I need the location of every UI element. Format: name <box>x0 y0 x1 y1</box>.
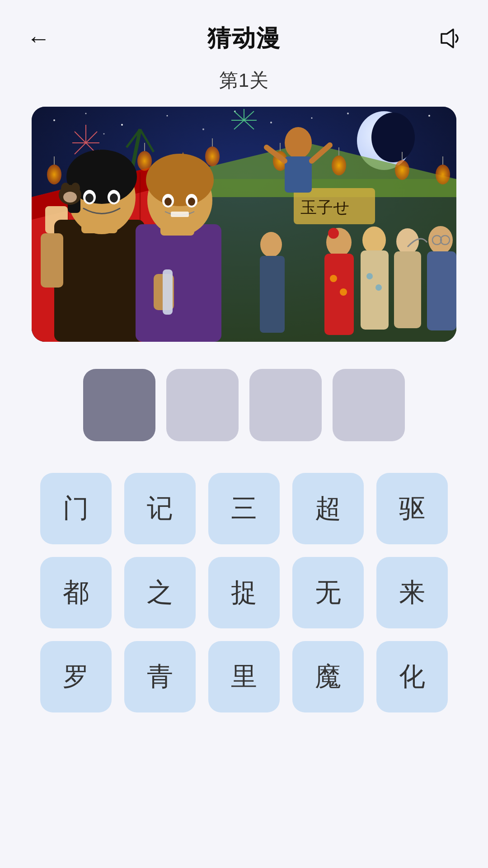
svg-point-8 <box>270 122 272 123</box>
svg-rect-76 <box>361 250 389 330</box>
svg-point-3 <box>85 113 87 114</box>
svg-point-97 <box>85 193 94 203</box>
svg-point-5 <box>167 115 168 117</box>
answer-box-4[interactable] <box>333 369 405 441</box>
svg-point-73 <box>340 288 347 296</box>
svg-text:玉子せ: 玉子せ <box>300 198 350 217</box>
answer-box-2[interactable] <box>166 369 239 441</box>
svg-point-2 <box>53 119 55 121</box>
svg-point-77 <box>366 273 373 279</box>
svg-point-114 <box>164 198 172 206</box>
page-title: 猜动漫 <box>207 23 281 54</box>
char-btn-门[interactable]: 门 <box>40 473 112 544</box>
char-btn-化[interactable]: 化 <box>376 641 448 712</box>
svg-point-56 <box>205 146 220 166</box>
svg-marker-0 <box>441 29 453 47</box>
svg-rect-89 <box>41 233 63 288</box>
char-row-2: 都 之 捉 无 来 <box>32 557 456 628</box>
char-row-3: 罗 青 里 魔 化 <box>32 641 456 712</box>
anime-image: 玉子せ <box>32 107 456 342</box>
answer-boxes <box>83 369 405 441</box>
svg-rect-116 <box>171 212 189 217</box>
svg-point-115 <box>188 198 195 206</box>
char-row-1: 门 记 三 超 驱 <box>32 473 456 544</box>
svg-rect-103 <box>136 224 221 342</box>
char-btn-捉[interactable]: 捉 <box>208 557 280 628</box>
svg-rect-87 <box>260 256 285 333</box>
svg-point-10 <box>347 113 349 114</box>
svg-point-12 <box>428 115 430 117</box>
anime-scene-svg: 玉子せ <box>32 107 456 342</box>
level-label: 第1关 <box>219 68 269 93</box>
char-btn-都[interactable]: 都 <box>40 557 112 628</box>
header: ← 猜动漫 <box>0 0 488 68</box>
char-btn-魔[interactable]: 魔 <box>292 641 364 712</box>
svg-point-74 <box>328 228 339 239</box>
svg-point-79 <box>396 228 419 255</box>
svg-point-98 <box>110 193 118 203</box>
char-btn-驱[interactable]: 驱 <box>376 473 448 544</box>
svg-point-4 <box>121 124 123 126</box>
svg-point-66 <box>285 127 312 159</box>
svg-point-62 <box>395 160 409 180</box>
char-btn-罗[interactable]: 罗 <box>40 641 112 712</box>
svg-point-78 <box>375 284 382 291</box>
svg-point-9 <box>311 118 313 119</box>
char-btn-青[interactable]: 青 <box>124 641 196 712</box>
svg-point-102 <box>63 192 77 203</box>
back-arrow-icon: ← <box>27 25 50 52</box>
sound-button[interactable] <box>434 23 465 54</box>
svg-rect-80 <box>394 251 421 328</box>
svg-rect-67 <box>285 156 312 193</box>
svg-point-60 <box>332 156 346 175</box>
svg-rect-82 <box>427 251 456 330</box>
back-button[interactable]: ← <box>23 23 54 54</box>
svg-point-50 <box>47 165 61 184</box>
svg-point-17 <box>371 113 415 162</box>
svg-rect-71 <box>324 254 354 335</box>
char-btn-无[interactable]: 无 <box>292 557 364 628</box>
svg-point-54 <box>137 151 152 171</box>
svg-point-6 <box>202 128 204 130</box>
svg-rect-106 <box>163 269 173 315</box>
sound-icon <box>438 27 461 50</box>
char-btn-三[interactable]: 三 <box>208 473 280 544</box>
svg-point-13 <box>103 133 105 135</box>
char-btn-之[interactable]: 之 <box>124 557 196 628</box>
svg-point-64 <box>436 165 450 184</box>
char-btn-超[interactable]: 超 <box>292 473 364 544</box>
character-grid: 门 记 三 超 驱 都 之 捉 无 来 罗 青 里 魔 化 <box>32 473 456 740</box>
svg-point-75 <box>362 226 386 254</box>
svg-point-86 <box>260 232 282 257</box>
answer-box-1[interactable] <box>83 369 155 441</box>
answer-box-3[interactable] <box>249 369 322 441</box>
svg-point-72 <box>330 275 337 282</box>
svg-point-101 <box>71 183 80 193</box>
char-btn-来[interactable]: 来 <box>376 557 448 628</box>
char-btn-里[interactable]: 里 <box>208 641 280 712</box>
char-btn-记[interactable]: 记 <box>124 473 196 544</box>
